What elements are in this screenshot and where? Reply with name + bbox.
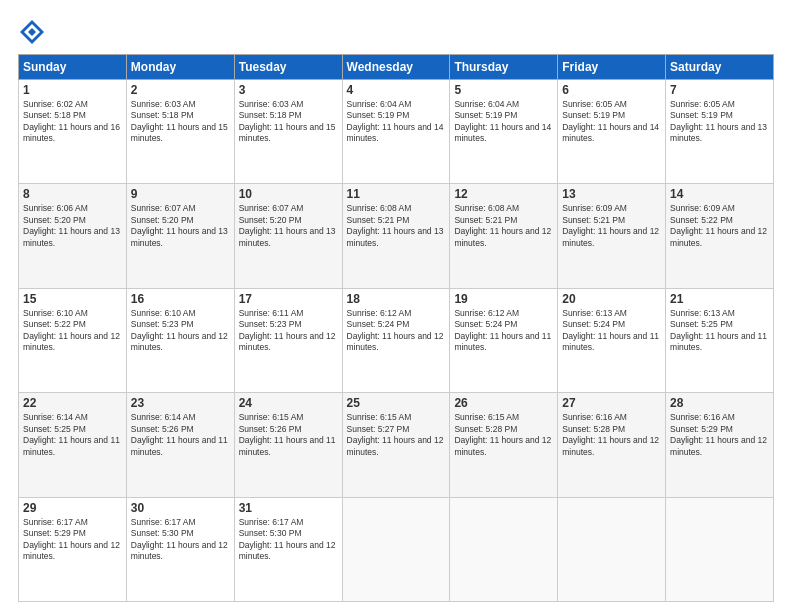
cell-info: Sunrise: 6:07 AMSunset: 5:20 PMDaylight:… [131,203,228,247]
cell-info: Sunrise: 6:13 AMSunset: 5:24 PMDaylight:… [562,308,659,352]
calendar-cell: 18Sunrise: 6:12 AMSunset: 5:24 PMDayligh… [342,288,450,392]
calendar-cell: 8Sunrise: 6:06 AMSunset: 5:20 PMDaylight… [19,184,127,288]
calendar-cell: 6Sunrise: 6:05 AMSunset: 5:19 PMDaylight… [558,80,666,184]
day-number: 23 [131,396,230,410]
calendar-cell: 27Sunrise: 6:16 AMSunset: 5:28 PMDayligh… [558,393,666,497]
logo [18,18,50,46]
day-number: 18 [347,292,446,306]
weekday-header: Wednesday [342,55,450,80]
day-number: 25 [347,396,446,410]
calendar-cell [450,497,558,601]
cell-info: Sunrise: 6:12 AMSunset: 5:24 PMDaylight:… [454,308,551,352]
day-number: 21 [670,292,769,306]
calendar-cell: 11Sunrise: 6:08 AMSunset: 5:21 PMDayligh… [342,184,450,288]
calendar-cell: 4Sunrise: 6:04 AMSunset: 5:19 PMDaylight… [342,80,450,184]
cell-info: Sunrise: 6:04 AMSunset: 5:19 PMDaylight:… [347,99,444,143]
day-number: 4 [347,83,446,97]
day-number: 15 [23,292,122,306]
weekday-header: Sunday [19,55,127,80]
day-number: 26 [454,396,553,410]
calendar-cell: 5Sunrise: 6:04 AMSunset: 5:19 PMDaylight… [450,80,558,184]
calendar-cell: 12Sunrise: 6:08 AMSunset: 5:21 PMDayligh… [450,184,558,288]
calendar: SundayMondayTuesdayWednesdayThursdayFrid… [18,54,774,602]
calendar-cell: 19Sunrise: 6:12 AMSunset: 5:24 PMDayligh… [450,288,558,392]
day-number: 12 [454,187,553,201]
cell-info: Sunrise: 6:17 AMSunset: 5:30 PMDaylight:… [131,517,228,561]
weekday-header: Monday [126,55,234,80]
cell-info: Sunrise: 6:03 AMSunset: 5:18 PMDaylight:… [239,99,336,143]
cell-info: Sunrise: 6:14 AMSunset: 5:26 PMDaylight:… [131,412,228,456]
cell-info: Sunrise: 6:15 AMSunset: 5:28 PMDaylight:… [454,412,551,456]
day-number: 14 [670,187,769,201]
cell-info: Sunrise: 6:16 AMSunset: 5:29 PMDaylight:… [670,412,767,456]
cell-info: Sunrise: 6:08 AMSunset: 5:21 PMDaylight:… [347,203,444,247]
day-number: 28 [670,396,769,410]
day-number: 10 [239,187,338,201]
cell-info: Sunrise: 6:09 AMSunset: 5:22 PMDaylight:… [670,203,767,247]
calendar-cell: 7Sunrise: 6:05 AMSunset: 5:19 PMDaylight… [666,80,774,184]
calendar-cell: 28Sunrise: 6:16 AMSunset: 5:29 PMDayligh… [666,393,774,497]
day-number: 1 [23,83,122,97]
calendar-cell: 15Sunrise: 6:10 AMSunset: 5:22 PMDayligh… [19,288,127,392]
calendar-cell: 20Sunrise: 6:13 AMSunset: 5:24 PMDayligh… [558,288,666,392]
calendar-cell: 2Sunrise: 6:03 AMSunset: 5:18 PMDaylight… [126,80,234,184]
day-number: 30 [131,501,230,515]
day-number: 22 [23,396,122,410]
cell-info: Sunrise: 6:05 AMSunset: 5:19 PMDaylight:… [670,99,767,143]
day-number: 31 [239,501,338,515]
day-number: 13 [562,187,661,201]
calendar-cell [342,497,450,601]
calendar-week: 15Sunrise: 6:10 AMSunset: 5:22 PMDayligh… [19,288,774,392]
calendar-cell: 25Sunrise: 6:15 AMSunset: 5:27 PMDayligh… [342,393,450,497]
cell-info: Sunrise: 6:10 AMSunset: 5:23 PMDaylight:… [131,308,228,352]
calendar-cell: 30Sunrise: 6:17 AMSunset: 5:30 PMDayligh… [126,497,234,601]
logo-icon [18,18,46,46]
calendar-cell: 3Sunrise: 6:03 AMSunset: 5:18 PMDaylight… [234,80,342,184]
day-number: 29 [23,501,122,515]
cell-info: Sunrise: 6:10 AMSunset: 5:22 PMDaylight:… [23,308,120,352]
cell-info: Sunrise: 6:04 AMSunset: 5:19 PMDaylight:… [454,99,551,143]
weekday-header: Tuesday [234,55,342,80]
weekday-header: Thursday [450,55,558,80]
calendar-cell: 17Sunrise: 6:11 AMSunset: 5:23 PMDayligh… [234,288,342,392]
day-number: 16 [131,292,230,306]
calendar-cell: 9Sunrise: 6:07 AMSunset: 5:20 PMDaylight… [126,184,234,288]
calendar-week: 8Sunrise: 6:06 AMSunset: 5:20 PMDaylight… [19,184,774,288]
cell-info: Sunrise: 6:13 AMSunset: 5:25 PMDaylight:… [670,308,767,352]
cell-info: Sunrise: 6:03 AMSunset: 5:18 PMDaylight:… [131,99,228,143]
calendar-cell: 31Sunrise: 6:17 AMSunset: 5:30 PMDayligh… [234,497,342,601]
weekday-header: Friday [558,55,666,80]
day-number: 27 [562,396,661,410]
day-number: 2 [131,83,230,97]
day-number: 9 [131,187,230,201]
cell-info: Sunrise: 6:12 AMSunset: 5:24 PMDaylight:… [347,308,444,352]
calendar-cell: 14Sunrise: 6:09 AMSunset: 5:22 PMDayligh… [666,184,774,288]
calendar-cell: 24Sunrise: 6:15 AMSunset: 5:26 PMDayligh… [234,393,342,497]
day-number: 20 [562,292,661,306]
cell-info: Sunrise: 6:08 AMSunset: 5:21 PMDaylight:… [454,203,551,247]
cell-info: Sunrise: 6:05 AMSunset: 5:19 PMDaylight:… [562,99,659,143]
cell-info: Sunrise: 6:17 AMSunset: 5:30 PMDaylight:… [239,517,336,561]
calendar-cell: 13Sunrise: 6:09 AMSunset: 5:21 PMDayligh… [558,184,666,288]
calendar-week: 29Sunrise: 6:17 AMSunset: 5:29 PMDayligh… [19,497,774,601]
day-number: 11 [347,187,446,201]
calendar-week: 22Sunrise: 6:14 AMSunset: 5:25 PMDayligh… [19,393,774,497]
day-number: 6 [562,83,661,97]
cell-info: Sunrise: 6:17 AMSunset: 5:29 PMDaylight:… [23,517,120,561]
day-number: 17 [239,292,338,306]
day-number: 7 [670,83,769,97]
header [18,18,774,46]
day-number: 24 [239,396,338,410]
calendar-cell: 16Sunrise: 6:10 AMSunset: 5:23 PMDayligh… [126,288,234,392]
day-number: 5 [454,83,553,97]
calendar-cell: 1Sunrise: 6:02 AMSunset: 5:18 PMDaylight… [19,80,127,184]
day-number: 8 [23,187,122,201]
calendar-cell: 21Sunrise: 6:13 AMSunset: 5:25 PMDayligh… [666,288,774,392]
cell-info: Sunrise: 6:06 AMSunset: 5:20 PMDaylight:… [23,203,120,247]
cell-info: Sunrise: 6:15 AMSunset: 5:27 PMDaylight:… [347,412,444,456]
cell-info: Sunrise: 6:16 AMSunset: 5:28 PMDaylight:… [562,412,659,456]
cell-info: Sunrise: 6:07 AMSunset: 5:20 PMDaylight:… [239,203,336,247]
cell-info: Sunrise: 6:15 AMSunset: 5:26 PMDaylight:… [239,412,336,456]
cell-info: Sunrise: 6:02 AMSunset: 5:18 PMDaylight:… [23,99,120,143]
calendar-cell: 10Sunrise: 6:07 AMSunset: 5:20 PMDayligh… [234,184,342,288]
